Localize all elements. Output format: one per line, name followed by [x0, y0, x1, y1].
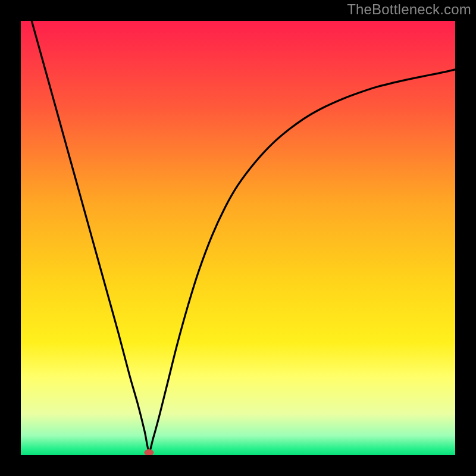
- chart-svg: [21, 21, 455, 455]
- watermark-text: TheBottleneck.com: [347, 1, 471, 18]
- chart-frame: TheBottleneck.com: [0, 0, 476, 476]
- chart-plot-area: [21, 21, 455, 455]
- gradient-background: [21, 21, 455, 455]
